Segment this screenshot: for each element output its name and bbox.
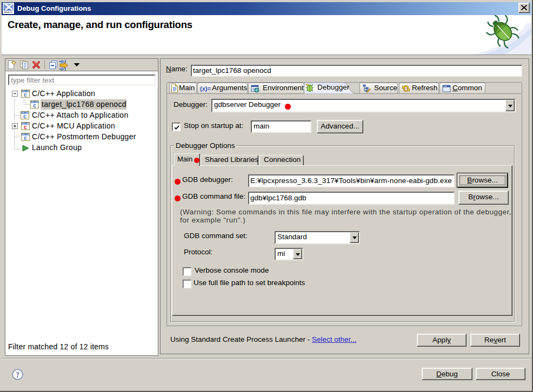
svg-text:c: c bbox=[24, 124, 27, 130]
svg-text:c: c bbox=[24, 91, 27, 98]
svg-text:?: ? bbox=[16, 371, 19, 379]
svg-text:c: c bbox=[33, 102, 36, 109]
svg-text:c: c bbox=[23, 113, 26, 119]
svg-text:(x)=: (x)= bbox=[200, 85, 211, 92]
svg-text:c: c bbox=[24, 134, 27, 141]
